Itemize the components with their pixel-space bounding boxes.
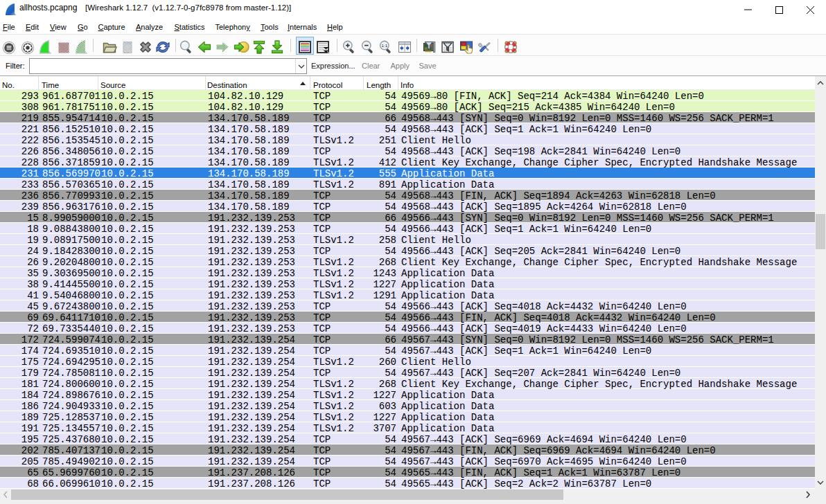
svg-text:1:1: 1:1 xyxy=(381,43,387,48)
